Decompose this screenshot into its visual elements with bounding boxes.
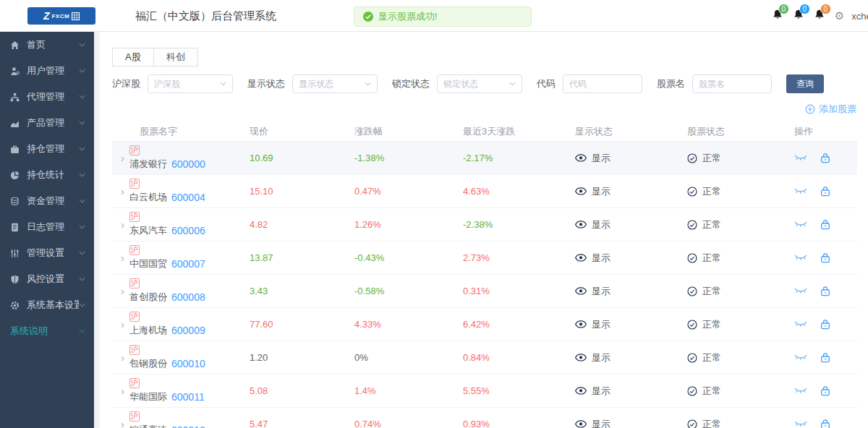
three-day-change: -2.17% [463, 153, 493, 163]
sliders-icon [10, 249, 20, 258]
stock-code-link[interactable]: 600012 [171, 424, 205, 428]
stock-code-link[interactable]: 600007 [171, 258, 205, 270]
stock-name: 首创股份 [129, 291, 167, 304]
lock-stock-icon[interactable] [820, 186, 830, 197]
table-row: › 沪 首创股份 600008 3.43 -0.58% 0.31% [112, 275, 857, 308]
lock-status-select[interactable]: 锁定状态 [437, 74, 522, 93]
table-header-row: 股票名字 现价 涨跌幅 最近3天涨跌 显示状态 股票状态 操作 [112, 121, 857, 142]
expand-row-icon[interactable]: › [112, 419, 129, 428]
sidebar-item-agent-management[interactable]: 代理管理 [0, 84, 94, 110]
col-header-stock-status: 股票状态 [684, 125, 788, 138]
sidebar-item-user-management[interactable]: 用户管理 [0, 58, 94, 84]
stock-code-link[interactable]: 600004 [171, 192, 205, 203]
stock-admin-page: Z FXCM 福汇（中文版）后台管理系统 显示股票成功! 0 [0, 0, 868, 428]
sidebar-item-admin-settings[interactable]: 管理设置 [0, 240, 94, 266]
sidebar-item-log-management[interactable]: 日志管理 [0, 214, 94, 240]
tab-a-shares[interactable]: A股 [112, 48, 154, 67]
stock-code-link[interactable]: 600006 [171, 225, 205, 236]
sidebar-item-risk-settings[interactable]: 风控设置 [0, 266, 94, 292]
circle-check-icon [687, 220, 697, 230]
stock-code-link[interactable]: 600009 [171, 325, 205, 336]
lock-stock-icon[interactable] [820, 419, 830, 428]
exchange-badge: 沪 [129, 312, 140, 322]
expand-row-icon[interactable]: › [112, 219, 129, 230]
lock-stock-icon[interactable] [820, 385, 830, 396]
app-title: 福汇（中文版）后台管理系统 [135, 0, 276, 32]
expand-row-icon[interactable]: › [112, 385, 129, 396]
expand-row-icon[interactable]: › [112, 319, 129, 330]
sidebar-item-position-management[interactable]: 持仓管理 [0, 136, 94, 162]
gear-icon[interactable]: ⚙ [835, 9, 844, 22]
lock-stock-icon[interactable] [820, 252, 830, 263]
lock-stock-icon[interactable] [820, 219, 830, 230]
search-button[interactable]: 查询 [786, 74, 824, 93]
success-toast: 显示股票成功! [354, 7, 532, 27]
code-input[interactable] [563, 74, 642, 93]
sidebar-item-home[interactable]: 首页 [0, 32, 94, 58]
stock-code-link[interactable]: 600008 [171, 291, 205, 303]
expand-row-icon[interactable]: › [112, 352, 129, 363]
hide-stock-icon[interactable] [794, 321, 807, 328]
col-header-3day-change: 最近3天涨跌 [463, 125, 575, 138]
hide-stock-icon[interactable] [794, 254, 807, 262]
table-row: › 沪 皖通高速 600012 5.47 0.74% 0.93% [112, 408, 857, 428]
expand-row-icon[interactable]: › [112, 286, 129, 296]
stock-name: 皖通高速 [129, 424, 167, 428]
sidebar-item-product-management[interactable]: 产品管理 [0, 110, 94, 136]
notification-bell-3[interactable]: 0 [814, 9, 825, 24]
chevron-down-icon [79, 303, 85, 307]
notification-bell-2[interactable]: 0 [793, 9, 804, 24]
hide-stock-icon[interactable] [794, 288, 807, 295]
hide-stock-icon[interactable] [794, 188, 807, 195]
display-status-select[interactable]: 显示状态 [292, 74, 378, 93]
display-status-text: 显示 [592, 285, 610, 298]
stock-code-link[interactable]: 600010 [171, 358, 205, 369]
lock-stock-icon[interactable] [820, 286, 830, 296]
table-row: › 沪 东风汽车 600006 4.82 1.26% -2.38% [112, 208, 857, 241]
stock-name-input[interactable] [692, 74, 772, 93]
stock-code-link[interactable]: 600000 [171, 158, 205, 170]
change-percent: 0.47% [354, 186, 381, 197]
tab-star-market[interactable]: 科创 [153, 48, 198, 67]
chevron-down-icon [79, 199, 85, 203]
current-user[interactable]: xchen [851, 11, 868, 22]
stock-code-link[interactable]: 600011 [171, 391, 205, 403]
change-percent: 0% [354, 352, 368, 363]
hide-stock-icon[interactable] [794, 388, 807, 395]
notification-bell-1[interactable]: 0 [772, 9, 783, 24]
display-status-text: 显示 [592, 152, 610, 165]
chevron-down-icon [79, 173, 85, 177]
hide-stock-icon[interactable] [794, 221, 807, 228]
chevron-down-icon [79, 251, 85, 255]
sidebar-item-funds-management[interactable]: 资金管理 [0, 188, 94, 214]
expand-row-icon[interactable]: › [112, 252, 129, 263]
hide-stock-icon[interactable] [794, 421, 807, 428]
lock-stock-icon[interactable] [820, 153, 830, 163]
expand-row-icon[interactable]: › [112, 186, 129, 197]
stock-status-text: 正常 [702, 318, 721, 331]
lock-stock-icon[interactable] [820, 319, 830, 330]
exchange-badge: 沪 [129, 378, 140, 388]
current-price: 15.10 [250, 186, 273, 197]
sidebar-item-system-description[interactable]: 系统说明 [0, 318, 94, 344]
sidebar-scrollbar[interactable] [94, 32, 100, 428]
lock-status-filter-label: 锁定状态 [392, 77, 430, 90]
market-select[interactable]: 沪深股 [148, 74, 233, 93]
display-status-text: 显示 [592, 185, 610, 198]
sidebar-item-position-stats[interactable]: 持仓统计 [0, 162, 94, 188]
expand-row-icon[interactable]: › [112, 153, 129, 163]
chart-icon [10, 119, 20, 128]
add-stock-link[interactable]: 添加股票 [805, 103, 856, 116]
lock-stock-icon[interactable] [820, 352, 830, 363]
sidebar: 首页 用户管理 代理管理 产品管理 持仓管理 持仓统计 [0, 32, 94, 428]
header-right: 0 0 0 ⚙ xchen [772, 0, 868, 32]
pie-chart-icon [10, 171, 20, 180]
chevron-down-icon [509, 82, 516, 86]
eye-icon [575, 354, 587, 361]
exchange-badge: 沪 [129, 179, 140, 189]
display-status-text: 显示 [592, 252, 610, 265]
stock-status-text: 正常 [702, 218, 721, 231]
hide-stock-icon[interactable] [794, 354, 807, 361]
hide-stock-icon[interactable] [794, 155, 807, 162]
sidebar-item-system-settings[interactable]: 系统基本设置 [0, 292, 94, 318]
